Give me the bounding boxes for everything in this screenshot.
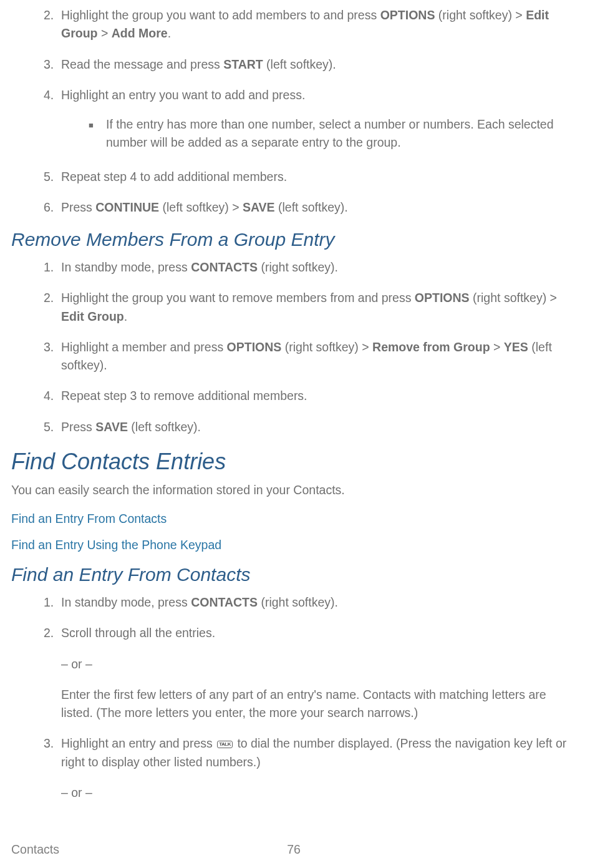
list-item: 3.Highlight an entry and press TALK to d… [44, 734, 576, 771]
list-content: Highlight the group you want to add memb… [61, 6, 576, 43]
list-content: Press SAVE (left softkey). [61, 418, 576, 436]
or-separator-1: – or – [29, 655, 576, 673]
list-marker: 3. [44, 734, 61, 771]
steps-list-b: 1.In standby mode, press CONTACTS (right… [11, 258, 576, 436]
list-item: 2.Scroll through all the entries. [44, 624, 576, 642]
bold-text: CONTINUE [95, 200, 159, 214]
bold-text: CONTACTS [191, 595, 258, 609]
bullet-marker: ■ [89, 115, 106, 152]
link-find-entry-keypad[interactable]: Find an Entry Using the Phone Keypad [11, 538, 576, 552]
link-find-entry-contacts[interactable]: Find an Entry From Contacts [11, 512, 576, 526]
list-item: 4.Repeat step 3 to remove additional mem… [44, 387, 576, 405]
bold-text: Edit Group [61, 310, 124, 323]
list-content: In standby mode, press CONTACTS (right s… [61, 258, 576, 276]
list-item: 2.Highlight the group you want to remove… [44, 289, 576, 326]
bold-text: OPTIONS [227, 340, 282, 354]
bold-text: YES [504, 340, 528, 354]
or-separator-2: – or – [29, 784, 576, 802]
list-marker: 5. [44, 168, 61, 186]
footer-page-number: 76 [287, 842, 301, 857]
list-content: In standby mode, press CONTACTS (right s… [61, 593, 576, 612]
bullet-item: ■If the entry has more than one number, … [89, 115, 576, 152]
list-content: Scroll through all the entries. [61, 624, 576, 642]
bold-text: OPTIONS [380, 8, 435, 22]
list-item: 5.Repeat step 4 to add additional member… [44, 168, 576, 186]
list-item: 3.Read the message and press START (left… [44, 56, 576, 74]
list-marker: 4. [44, 387, 61, 405]
list-content: Read the message and press START (left s… [61, 56, 576, 74]
bold-text: SAVE [243, 200, 275, 214]
page-footer: Contacts 76 [11, 842, 576, 857]
list-item: 5.Press SAVE (left softkey). [44, 418, 576, 436]
list-content: Repeat step 3 to remove additional membe… [61, 387, 576, 405]
steps-list-d: 3.Highlight an entry and press TALK to d… [11, 734, 576, 771]
heading-find-entry-from-contacts: Find an Entry From Contacts [11, 564, 576, 585]
list-item: 3.Highlight a member and press OPTIONS (… [44, 338, 576, 375]
list-marker: 1. [44, 258, 61, 276]
bullet-list: ■If the entry has more than one number, … [61, 115, 576, 152]
steps-list-a: 2.Highlight the group you want to add me… [11, 6, 576, 217]
bold-text: CONTACTS [191, 260, 258, 274]
heading-remove-members: Remove Members From a Group Entry [11, 229, 576, 250]
list-content: Highlight an entry and press TALK to dia… [61, 734, 576, 771]
steps-list-c: 1.In standby mode, press CONTACTS (right… [11, 593, 576, 643]
list-content: Highlight a member and press OPTIONS (ri… [61, 338, 576, 375]
list-item: 2.Highlight the group you want to add me… [44, 6, 576, 43]
list-content: Repeat step 4 to add additional members. [61, 168, 576, 186]
list-marker: 2. [44, 6, 61, 43]
bold-text: Remove from Group [372, 340, 490, 354]
find-intro-text: You can easily search the information st… [11, 481, 576, 499]
talk-icon: TALK [217, 741, 233, 748]
enter-letters-text: Enter the first few letters of any part … [29, 686, 576, 723]
list-content: Highlight an entry you want to add and p… [61, 86, 576, 155]
list-item: 1.In standby mode, press CONTACTS (right… [44, 593, 576, 612]
heading-find-contacts: Find Contacts Entries [11, 449, 576, 475]
list-item: 1.In standby mode, press CONTACTS (right… [44, 258, 576, 276]
list-marker: 4. [44, 86, 61, 155]
list-marker: 3. [44, 56, 61, 74]
bold-text: SAVE [95, 420, 128, 434]
bold-text: START [223, 57, 263, 71]
list-marker: 3. [44, 338, 61, 375]
bold-text: OPTIONS [415, 291, 470, 305]
list-marker: 2. [44, 624, 61, 642]
list-marker: 1. [44, 593, 61, 612]
list-marker: 2. [44, 289, 61, 326]
bold-text: Add More [112, 26, 168, 40]
bullet-content: If the entry has more than one number, s… [106, 115, 576, 152]
list-content: Press CONTINUE (left softkey) > SAVE (le… [61, 198, 576, 217]
list-content: Highlight the group you want to remove m… [61, 289, 576, 326]
list-item: 6.Press CONTINUE (left softkey) > SAVE (… [44, 198, 576, 217]
list-marker: 6. [44, 198, 61, 217]
list-item: 4.Highlight an entry you want to add and… [44, 86, 576, 155]
footer-section-name: Contacts [11, 842, 59, 857]
list-marker: 5. [44, 418, 61, 436]
